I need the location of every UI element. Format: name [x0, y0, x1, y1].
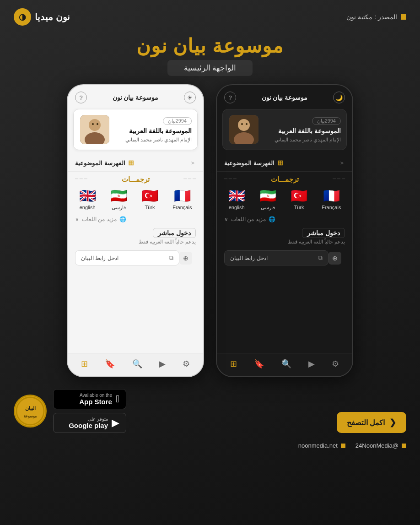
dark-direct-input[interactable]: ⧉ ادخل رابط البيان — [224, 250, 328, 265]
dark-nav-bookmark[interactable]: 🔖 — [254, 359, 264, 369]
light-profile-card: 2994بيان الموسوعة باللغة العربية الإمام … — [73, 109, 198, 150]
footer-socials: @24NoonMedia noonmedia.net — [0, 442, 420, 454]
light-translations-title: ترجمـــات — [68, 172, 203, 185]
light-flag-turk[interactable]: 🇹🇷 Türk — [141, 189, 158, 211]
light-flags-grid: 🇫🇷 Français 🇹🇷 Türk 🇮🇷 فارسی 🇬🇧 english — [68, 185, 203, 214]
light-nav-play[interactable]: ▶ — [159, 359, 166, 369]
appstore-badge[interactable]:  Available on the App Store — [53, 389, 126, 409]
light-nav-row[interactable]: ＜ ⊞ الفهرسة الموضوعية — [68, 155, 203, 172]
dark-grid-icon: ⊞ — [230, 359, 237, 369]
light-play-icon: ▶ — [159, 359, 166, 369]
light-more-lang[interactable]: 🌐 مزيد من اللغات ∨ — [68, 214, 203, 226]
light-settings-icon: ⚙ — [183, 359, 190, 369]
light-bottom-nav: ⚙ ▶ 🔍 🔖 ⊞ — [68, 353, 203, 376]
dark-profile-id: 2994بيان — [312, 117, 341, 125]
light-direct-title: دخول مباشر — [153, 228, 196, 238]
light-help-icon[interactable]: ? — [75, 92, 87, 103]
dark-flag-english[interactable]: 🇬🇧 english — [228, 189, 245, 211]
browse-arrow-icon: ❮ — [389, 417, 396, 428]
dark-nav-search[interactable]: 🔍 — [281, 359, 291, 369]
store-badges:  Available on the App Store ▶ متوفر على… — [53, 389, 126, 433]
dark-flag-turk[interactable]: 🇹🇷 Türk — [291, 189, 307, 211]
svg-point-4 — [246, 123, 248, 125]
light-bookmark-icon: 🔖 — [105, 359, 115, 369]
apple-icon:  — [116, 393, 119, 405]
dark-phone: 🌙 موسوعة بيان نون ? 2994بيان الموسوعة با… — [216, 84, 353, 377]
dark-nav-row[interactable]: ＜ ⊞ الفهرسة الموضوعية — [217, 155, 352, 172]
dark-app-title: موسوعة بيان نون — [236, 94, 333, 101]
light-nav-arrow: ＜ — [190, 159, 196, 167]
dark-profile-sub: الإمام المهدي ناصر محمد اليماني — [262, 137, 341, 143]
dark-search-icon: 🔍 — [281, 359, 291, 369]
footer-logo: البيان موسوعة — [14, 395, 47, 428]
brand-logo: نون ميديا ◑ — [14, 8, 70, 26]
light-flag-francais[interactable]: 🇫🇷 Français — [172, 189, 192, 211]
light-profile-name: الموسوعة باللغة العربية — [113, 127, 192, 136]
light-paste-btn[interactable]: ⊕ — [179, 252, 192, 265]
dark-paste-btn[interactable]: ⊕ — [328, 252, 341, 265]
dark-settings-icon: ⚙ — [332, 359, 339, 369]
store-section:  Available on the App Store ▶ متوفر على… — [14, 389, 126, 433]
google-small: متوفر على — [69, 417, 108, 422]
light-nav-bookmark[interactable]: 🔖 — [105, 359, 115, 369]
dark-flag-farsi[interactable]: 🇮🇷 فارسی — [259, 189, 276, 211]
dark-nav-settings[interactable]: ⚙ — [332, 359, 339, 369]
light-search-icon: 🔍 — [132, 359, 142, 369]
light-nav-settings[interactable]: ⚙ — [183, 359, 190, 369]
social-dot-1 — [402, 444, 406, 448]
dark-input-icon: ⧉ — [318, 254, 323, 262]
dark-direct-title: دخول مباشر — [302, 228, 345, 238]
light-direct-sub: يدعم حالياً اللغة العربية فقط — [68, 238, 203, 247]
svg-point-6 — [89, 119, 101, 131]
light-nav-search[interactable]: 🔍 — [132, 359, 142, 369]
dark-globe-icon: 🌐 — [269, 216, 275, 222]
appstore-small: Available on the — [79, 393, 112, 398]
dark-flag-francais[interactable]: 🇫🇷 Français — [322, 189, 341, 211]
dark-direct-input-row: ⊕ ⧉ ادخل رابط البيان — [217, 247, 352, 269]
brand-icon: ◑ — [14, 8, 31, 26]
light-direct-input-row: ⊕ ⧉ ادخل رابط البيان — [68, 247, 203, 269]
light-app-title: موسوعة بيان نون — [87, 94, 184, 101]
google-big: Google play — [69, 422, 108, 429]
dark-nav-grid[interactable]: ⊞ — [230, 359, 237, 369]
dark-moon-icon: 🌙 — [333, 92, 345, 103]
dark-translations-title: ترجمـــات — [217, 172, 352, 185]
dark-help-icon[interactable]: ? — [224, 92, 236, 103]
header: المصدر : مكتبة نون نون ميديا ◑ — [0, 0, 420, 30]
light-nav-grid[interactable]: ⊞ — [81, 359, 88, 369]
dark-nav-icon: ⊞ — [277, 159, 283, 167]
dark-direct-sub: يدعم حالياً اللغة العربية فقط — [217, 238, 352, 247]
light-nav-label: ⊞ الفهرسة الموضوعية — [75, 159, 134, 167]
browse-button[interactable]: ❮ اكمل التصفح — [337, 412, 406, 433]
light-nav-icon: ⊞ — [128, 159, 134, 167]
dark-profile-info: 2994بيان الموسوعة باللغة العربية الإمام … — [262, 116, 341, 143]
svg-point-1 — [238, 119, 250, 131]
dark-direct-title-box: دخول مباشر — [217, 226, 352, 238]
source-label: المصدر : مكتبة نون — [346, 13, 406, 21]
dark-more-lang[interactable]: 🌐 مزيد من اللغات ∨ — [217, 214, 352, 226]
light-avatar — [80, 115, 109, 144]
dark-avatar — [229, 115, 258, 144]
dark-nav-play[interactable]: ▶ — [308, 359, 315, 369]
dark-nav-label: ⊞ الفهرسة الموضوعية — [224, 159, 283, 167]
google-play-icon: ▶ — [112, 417, 119, 429]
light-sun-icon: ☀ — [184, 92, 196, 103]
footer-area: ❮ اكمل التصفح  Available on the App Sto… — [0, 381, 420, 442]
dark-bookmark-icon: 🔖 — [254, 359, 264, 369]
light-phone-topbar: ☀ موسوعة بيان نون ? — [68, 85, 203, 107]
googleplay-badge[interactable]: ▶ متوفر على Google play — [53, 413, 126, 433]
dark-play-icon: ▶ — [308, 359, 315, 369]
social-dot-2 — [341, 444, 345, 448]
light-phone: ☀ موسوعة بيان نون ? 2994بيان الموسوعة با… — [67, 84, 204, 377]
dark-nav-arrow: ＜ — [339, 159, 345, 167]
browse-label: اكمل التصفح — [347, 418, 385, 427]
phones-row: 🌙 موسوعة بيان نون ? 2994بيان الموسوعة با… — [0, 84, 420, 377]
light-profile-info: 2994بيان الموسوعة باللغة العربية الإمام … — [113, 116, 192, 143]
svg-point-9 — [97, 123, 98, 125]
light-direct-input[interactable]: ⧉ ادخل رابط البيان — [75, 250, 179, 265]
appstore-big: App Store — [79, 398, 112, 406]
light-globe-icon: 🌐 — [119, 216, 126, 222]
light-flag-farsi[interactable]: 🇮🇷 فارسی — [110, 189, 127, 211]
light-input-icon: ⧉ — [169, 254, 173, 262]
light-flag-english[interactable]: 🇬🇧 english — [79, 189, 96, 211]
